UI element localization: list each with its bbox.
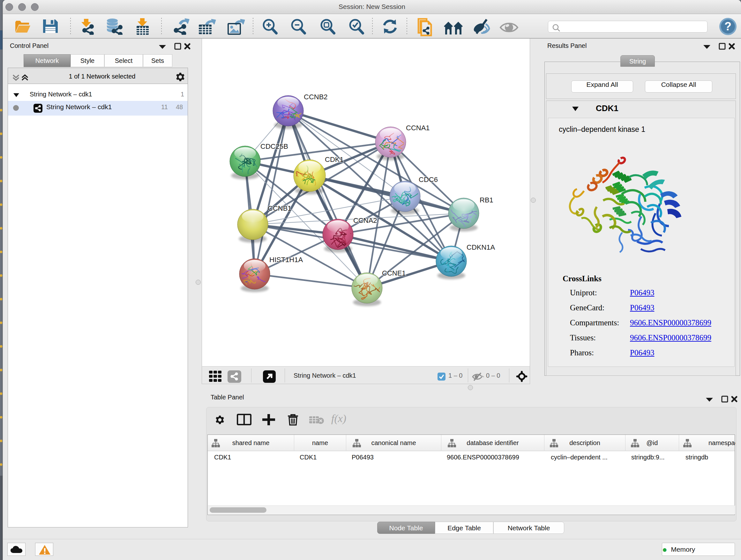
svg-text:RB1: RB1 bbox=[480, 196, 493, 204]
svg-text:CCNA2: CCNA2 bbox=[353, 216, 377, 225]
svg-text:CCNB2: CCNB2 bbox=[304, 93, 328, 101]
svg-text:CDC6: CDC6 bbox=[419, 176, 438, 184]
svg-text:?: ? bbox=[724, 20, 731, 33]
svg-text:HIST1H1A: HIST1H1A bbox=[269, 256, 303, 264]
svg-text:CCNA1: CCNA1 bbox=[406, 124, 430, 132]
svg-text:CDKN1A: CDKN1A bbox=[467, 243, 495, 251]
svg-text:CDK1: CDK1 bbox=[325, 155, 344, 164]
svg-text:CCNE1: CCNE1 bbox=[382, 269, 406, 277]
svg-text:CDC25B: CDC25B bbox=[260, 142, 288, 150]
svg-text:CCNB1: CCNB1 bbox=[268, 204, 292, 212]
